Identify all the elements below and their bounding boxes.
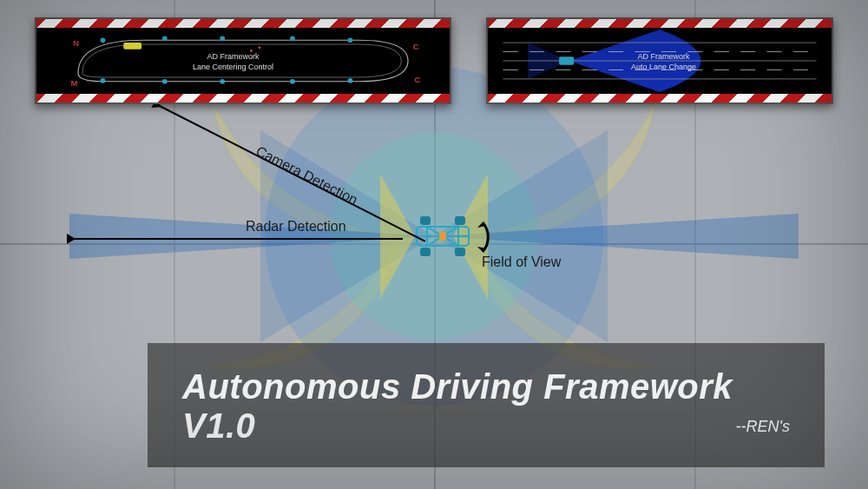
svg-point-13 xyxy=(101,37,106,43)
svg-rect-10 xyxy=(420,248,431,256)
svg-point-16 xyxy=(290,36,295,42)
svg-rect-27 xyxy=(123,43,141,50)
svg-text:N: N xyxy=(73,38,79,48)
svg-rect-9 xyxy=(455,216,465,225)
svg-point-15 xyxy=(220,36,225,42)
svg-rect-11 xyxy=(455,248,465,256)
svg-rect-8 xyxy=(420,216,431,225)
diagram-stage: Camera Detection Radar Detection Field o… xyxy=(0,0,868,489)
panel-right-title: AD Framework xyxy=(631,52,696,63)
panel-auto-lane-change: AD Framework Auto Lane Change xyxy=(486,17,833,104)
camera-detection-label: Camera Detection xyxy=(253,143,360,208)
svg-point-18 xyxy=(101,78,106,83)
panel-lane-centering: N C M C AD Framework Lane Centering Cont… xyxy=(35,17,451,104)
panel-left-subtitle: Lane Centering Control xyxy=(193,63,273,73)
field-of-view-label: Field of View xyxy=(482,254,561,270)
svg-point-20 xyxy=(220,79,225,84)
title-headline: Autonomous Driving Framework V1.0 xyxy=(182,367,790,446)
svg-point-29 xyxy=(259,46,261,49)
radar-detection-arrow xyxy=(68,238,403,240)
panel-left-title: AD Framework xyxy=(193,52,273,63)
svg-point-14 xyxy=(162,36,168,42)
svg-point-21 xyxy=(290,79,295,84)
title-byline: --REN's xyxy=(736,418,790,436)
svg-text:M: M xyxy=(70,78,77,88)
svg-point-19 xyxy=(162,79,168,84)
title-card: Autonomous Driving Framework V1.0 --REN'… xyxy=(148,343,825,467)
radar-detection-label: Radar Detection xyxy=(246,219,346,235)
field-of-view-arc xyxy=(476,215,519,259)
svg-point-22 xyxy=(348,78,353,83)
svg-text:C: C xyxy=(413,42,419,51)
panel-right-subtitle: Auto Lane Change xyxy=(631,63,696,73)
svg-point-17 xyxy=(348,37,353,43)
svg-rect-12 xyxy=(439,232,446,241)
svg-text:C: C xyxy=(415,75,421,84)
svg-rect-35 xyxy=(559,56,574,65)
